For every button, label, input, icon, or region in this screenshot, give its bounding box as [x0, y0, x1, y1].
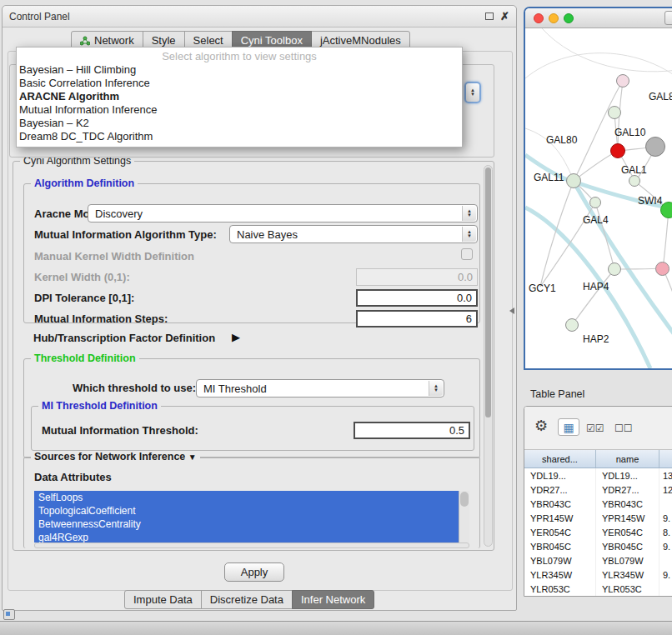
list-item[interactable]: SelfLoops [34, 491, 459, 504]
tab-label: Network [94, 34, 134, 47]
minimize-traffic-light[interactable] [549, 13, 559, 23]
list-item[interactable]: BetweennessCentrality [34, 518, 459, 531]
list-vertical-scrollbar[interactable] [459, 491, 469, 542]
desktop: Control Panel Network Style Select Cyni … [0, 0, 672, 635]
network-node[interactable] [655, 262, 669, 276]
dropdown-item[interactable]: Basic Correlation Inference [17, 77, 462, 90]
network-node[interactable] [629, 175, 640, 187]
float-window-icon[interactable] [485, 12, 494, 20]
node-label: GAL80 [546, 134, 577, 146]
list-items: SelfLoops TopologicalCoefficient Between… [34, 491, 459, 542]
cell-name: YPR145W [596, 511, 659, 525]
table-row[interactable]: YDR27... YDR27... 12 [524, 482, 672, 497]
close-traffic-light[interactable] [534, 13, 544, 23]
deselect-all-icon[interactable]: ☐☐ [614, 422, 633, 434]
cell-shared-name: YER054C [524, 525, 596, 539]
control-panel-window: Control Panel Network Style Select Cyni … [2, 5, 517, 611]
tab-label: Cyni Toolbox [241, 34, 303, 47]
column-header-shared-name[interactable]: shared... [524, 450, 596, 468]
which-threshold-value: MI Threshold [203, 382, 267, 395]
docked-panel-icon[interactable] [3, 609, 15, 620]
sources-group: Sources for Network Inference Data Attri… [23, 457, 480, 548]
column-header-extra[interactable] [659, 450, 672, 468]
table-row[interactable]: YBL079W YBL079W [524, 553, 672, 568]
dropdown-item[interactable]: Dream8 DC_TDC Algorithm [17, 130, 462, 143]
column-header-name[interactable]: name [596, 450, 659, 468]
network-node-gray[interactable] [645, 137, 665, 157]
table-row[interactable]: YLR053C YLR053C [524, 582, 672, 596]
mi-type-combobox[interactable]: Naive Bayes [229, 225, 478, 243]
network-node[interactable] [565, 318, 579, 332]
list-item[interactable]: gal4RGexp [34, 531, 459, 542]
node-label: HAP4 [583, 281, 609, 292]
network-node[interactable] [589, 197, 601, 208]
cell-extra: 8. [659, 525, 672, 539]
aracne-mode-combobox[interactable]: Discovery [88, 204, 478, 222]
table-row[interactable]: YLR345W YLR345W 9. [524, 568, 672, 582]
apply-button[interactable]: Apply [224, 562, 284, 582]
sources-collapse-icon[interactable] [188, 451, 197, 462]
network-node-red[interactable] [610, 143, 625, 158]
mi-threshold-label: Mutual Information Threshold: [42, 424, 198, 437]
kernel-width-input[interactable]: 0.0 [356, 268, 478, 286]
network-canvas[interactable]: GAL80 GAL10 GAL11 GAL1 SWI4 GAL4 GCY1 HA… [525, 28, 672, 368]
which-threshold-combobox[interactable]: MI Threshold [196, 379, 444, 398]
which-threshold-label: Which threshold to use: [73, 382, 196, 394]
dpi-tolerance-value: 0.0 [457, 292, 472, 304]
dpi-tolerance-input[interactable]: 0.0 [356, 289, 478, 307]
cell-shared-name: YBR045C [524, 539, 596, 553]
network-node[interactable] [608, 106, 621, 119]
select-all-icon[interactable]: ☑☑ [586, 422, 604, 434]
dropdown-item[interactable]: Mutual Information Inference [17, 103, 462, 117]
split-collapse-handle[interactable] [509, 308, 514, 314]
algorithm-combo-spinner-fragment[interactable] [464, 82, 481, 103]
network-node[interactable] [608, 262, 621, 276]
table-row[interactable]: YBR045C YBR045C 9. [524, 539, 672, 553]
settings-vertical-scrollbar[interactable] [484, 165, 493, 547]
zoom-traffic-light[interactable] [564, 13, 574, 23]
close-icon[interactable] [500, 12, 509, 22]
columns-icon: ▦ [563, 422, 574, 433]
cell-name: YBR043C [596, 497, 659, 511]
tab-infer-network[interactable]: Infer Network [292, 590, 374, 609]
hub-expand-icon[interactable] [232, 331, 240, 343]
dpi-tolerance-label: DPI Tolerance [0,1]: [34, 292, 134, 304]
control-panel-titlebar[interactable]: Control Panel [3, 6, 516, 28]
combo-arrows-icon [429, 381, 443, 396]
network-icon [80, 36, 90, 46]
algorithm-definition-title: Algorithm Definition [31, 178, 138, 189]
tab-discretize-data[interactable]: Discretize Data [201, 590, 293, 609]
node-label: HAP2 [583, 333, 609, 345]
table-row[interactable]: YBR043C YBR043C [524, 497, 672, 511]
dropdown-item[interactable]: Bayesian – Hill Climbing [17, 63, 462, 77]
network-node[interactable] [616, 74, 629, 88]
table-row[interactable]: YER054C YER054C 8. [524, 525, 672, 539]
tab-label: Style [152, 34, 176, 47]
tab-label: Infer Network [301, 593, 365, 606]
dropdown-item[interactable]: Bayesian – K2 [17, 117, 462, 130]
network-node[interactable] [566, 173, 581, 188]
bottom-status-strip [0, 621, 672, 635]
network-window-titlebar[interactable] [525, 8, 672, 28]
titlebar-button-fragment[interactable] [664, 11, 672, 25]
gear-icon[interactable]: ⚙ [534, 418, 548, 434]
list-horizontal-scrollbar[interactable] [34, 542, 469, 548]
scrollbar-thumb[interactable] [485, 168, 491, 418]
sources-group-title: Sources for Network Inference [31, 451, 200, 462]
cell-extra: 13 [659, 468, 672, 482]
cell-name: YBL079W [596, 553, 659, 568]
tab-impute-data[interactable]: Impute Data [124, 590, 202, 609]
table-row[interactable]: YDL19... YDL19... 13 [524, 468, 672, 482]
select-columns-button[interactable]: ▦ [558, 418, 579, 436]
table-row[interactable]: YPR145W YPR145W 9. [524, 511, 672, 525]
dropdown-placeholder[interactable]: Select algorithm to view settings [17, 49, 462, 63]
cell-extra: 9. [659, 539, 672, 553]
mi-steps-input[interactable]: 6 [356, 310, 478, 328]
mi-threshold-input[interactable]: 0.5 [354, 422, 470, 439]
mi-steps-value: 6 [466, 312, 472, 325]
node-label: GAL11 [534, 172, 564, 183]
list-item[interactable]: TopologicalCoefficient [34, 504, 459, 518]
manual-kernel-checkbox[interactable] [461, 248, 473, 260]
table-panel-window: ⚙ ▦ ☑☑ ☐☐ shared... name YDL19... YDL19.… [524, 406, 672, 597]
dropdown-item-selected[interactable]: ARACNE Algorithm [17, 90, 462, 103]
